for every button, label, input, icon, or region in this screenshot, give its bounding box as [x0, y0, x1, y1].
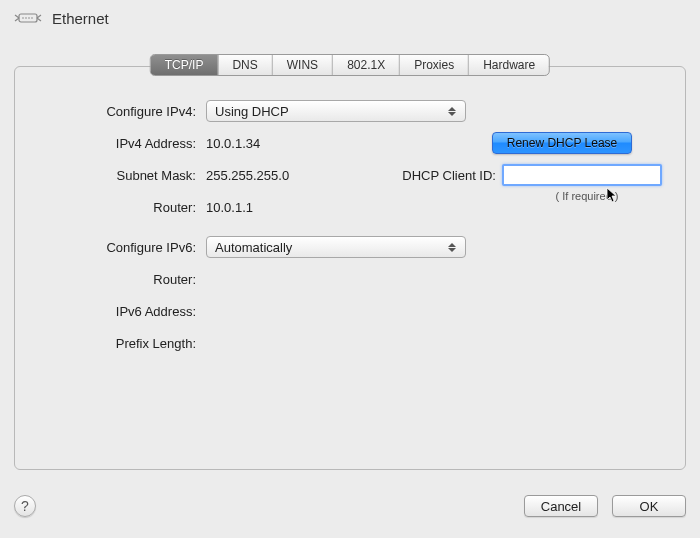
svg-point-1: [22, 17, 24, 19]
configure-ipv6-label: Configure IPv6:: [38, 240, 206, 255]
prefix-length-label: Prefix Length:: [38, 336, 206, 351]
ipv4-address-label: IPv4 Address:: [38, 136, 206, 151]
svg-point-4: [31, 17, 33, 19]
configure-ipv4-label: Configure IPv4:: [38, 104, 206, 119]
ipv4-router-value: 10.0.1.1: [206, 200, 253, 215]
chevron-updown-icon: [445, 243, 459, 252]
ethernet-icon: [14, 8, 42, 28]
cancel-button[interactable]: Cancel: [524, 495, 598, 517]
chevron-updown-icon: [445, 107, 459, 116]
bottom-bar: ? Cancel OK: [14, 486, 686, 526]
tcpip-content: Configure IPv4: Using DHCP IPv4 Address:…: [14, 76, 686, 468]
titlebar: Ethernet: [0, 0, 700, 34]
cursor-icon: [606, 187, 618, 206]
network-advanced-window: Ethernet TCP/IP DNS WINS 802.1X Proxies …: [0, 0, 700, 538]
tab-bar: TCP/IP DNS WINS 802.1X Proxies Hardware: [150, 54, 550, 76]
tab-wins[interactable]: WINS: [273, 55, 333, 75]
tab-tcpip[interactable]: TCP/IP: [151, 55, 219, 75]
tab-8021x[interactable]: 802.1X: [333, 55, 400, 75]
dhcp-client-id-input[interactable]: [502, 164, 662, 186]
window-title: Ethernet: [52, 10, 109, 27]
subnet-mask-value: 255.255.255.0: [206, 168, 289, 183]
dhcp-column: Renew DHCP Lease DHCP Client ID: ( If re…: [462, 132, 662, 202]
svg-rect-0: [19, 14, 37, 22]
configure-ipv6-select[interactable]: Automatically: [206, 236, 466, 258]
dhcp-client-id-label: DHCP Client ID:: [402, 168, 502, 183]
svg-point-2: [25, 17, 27, 19]
ipv6-router-label: Router:: [38, 272, 206, 287]
ipv4-router-label: Router:: [38, 200, 206, 215]
subnet-mask-label: Subnet Mask:: [38, 168, 206, 183]
renew-dhcp-lease-button[interactable]: Renew DHCP Lease: [492, 132, 633, 154]
configure-ipv6-value: Automatically: [215, 240, 292, 255]
ipv6-address-label: IPv6 Address:: [38, 304, 206, 319]
tab-dns[interactable]: DNS: [218, 55, 272, 75]
svg-point-3: [28, 17, 30, 19]
tab-hardware[interactable]: Hardware: [469, 55, 549, 75]
configure-ipv4-select[interactable]: Using DHCP: [206, 100, 466, 122]
help-button[interactable]: ?: [14, 495, 36, 517]
ipv4-address-value: 10.0.1.34: [206, 136, 260, 151]
tab-proxies[interactable]: Proxies: [400, 55, 469, 75]
configure-ipv4-value: Using DHCP: [215, 104, 289, 119]
ok-button[interactable]: OK: [612, 495, 686, 517]
